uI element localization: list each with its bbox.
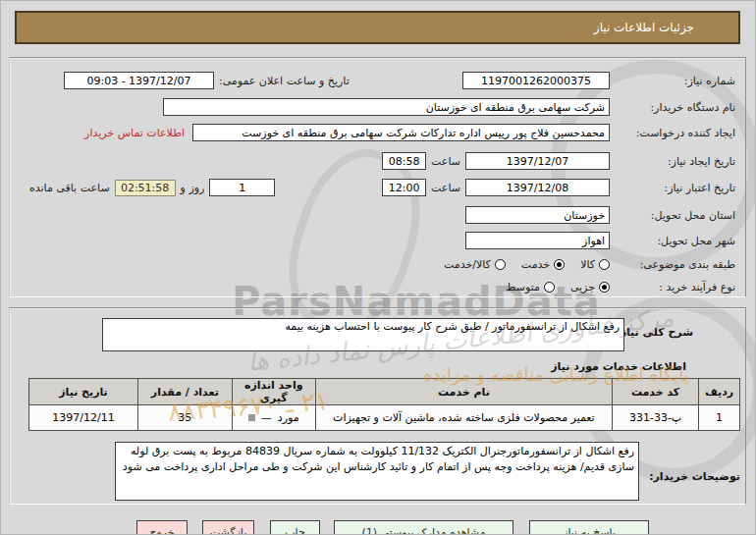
remaining-days-label: روز و	[181, 182, 205, 194]
services-section-title: اطلاعات خدمات مورد نیاز	[551, 360, 686, 373]
row-city: شهر محل تحویل: اهواز	[10, 231, 745, 250]
process-type-label: نوع فرآیند خرید :	[610, 281, 735, 294]
cell-row-no: 1	[699, 405, 740, 431]
row-expiry-date: تاریخ اعتبار نیاز: 1397/12/08 ساعت 12:00…	[10, 178, 745, 197]
create-date-field[interactable]: 1397/12/07	[465, 152, 610, 170]
need-number-field[interactable]: 1197001262000375	[462, 72, 610, 89]
services-table-header-row: ردیف کد خدمت نام خدمت واحد اندازه گیری ت…	[29, 379, 740, 405]
province-label: استان محل تحویل:	[610, 209, 735, 222]
cell-need-date: 1397/12/11	[29, 405, 138, 431]
services-table: ردیف کد خدمت نام خدمت واحد اندازه گیری ت…	[28, 378, 740, 431]
radio-option-partial[interactable]: جزیی	[570, 281, 610, 294]
cell-name: تعمیر محصولات فلزی ساخته شده، ماشین آلات…	[315, 405, 612, 431]
radio-icon[interactable]	[599, 282, 610, 293]
col-header-name: نام خدمت	[315, 379, 612, 405]
announce-datetime-field[interactable]: 09:03 - 1397/12/07	[64, 72, 214, 89]
process-type-radio-group: جزیی متوسط	[490, 281, 610, 294]
exit-button[interactable]: خروج	[136, 520, 188, 535]
row-province: استان محل تحویل: خوزستان	[10, 205, 745, 225]
create-time-field[interactable]: 08:58	[382, 152, 426, 170]
cell-code: پ-33-331	[613, 405, 699, 431]
col-header-need-date: تاریخ نیاز	[29, 379, 138, 405]
cell-quantity: 35	[137, 405, 232, 431]
radio-option-goods-service[interactable]: کالا/خدمت	[444, 258, 506, 271]
print-button[interactable]: چاپ	[270, 520, 320, 535]
buyer-notes-label: توضیحات خریدار:	[649, 470, 740, 483]
buyer-contact-link[interactable]: اطلاعات تماس خریدار	[84, 127, 185, 139]
col-header-quantity: تعداد / مقدار	[137, 379, 232, 405]
classification-radio-group: کالا خدمت کالا/خدمت	[428, 258, 610, 271]
radio-option-label: کالا/خدمت	[444, 258, 491, 271]
create-date-label: تاریخ ایجاد نیاز:	[610, 155, 735, 168]
view-attached-docs-button[interactable]: مشاهده مدارک پیوستی (1)	[334, 520, 513, 535]
radio-icon[interactable]	[599, 259, 610, 270]
remaining-suffix-label: ساعت باقی مانده	[29, 182, 110, 194]
table-row[interactable]: 1 پ-33-331 تعمیر محصولات فلزی ساخته شده،…	[29, 405, 740, 431]
buyer-org-label: نام دستگاه خریدار:	[610, 101, 735, 114]
request-creator-label: ایجاد کننده درخواست:	[610, 127, 735, 139]
radio-option-label: جزیی	[570, 281, 595, 294]
expiry-date-field[interactable]: 1397/12/08	[465, 179, 610, 196]
classification-label: طبقه بندی موضوعی:	[610, 258, 735, 271]
remaining-days-field[interactable]: 1	[209, 179, 275, 196]
unit-value: مورد	[278, 411, 299, 424]
radio-icon[interactable]	[495, 259, 506, 270]
general-description-label: شرح کلی نیاز:	[616, 326, 693, 339]
need-number-label: شماره نیاز:	[610, 75, 735, 87]
cell-unit: مورد —	[232, 405, 315, 431]
radio-option-label: خدمت	[521, 258, 550, 271]
radio-option-medium[interactable]: متوسط	[506, 281, 555, 294]
page-title-bar: جزئیات اطلاعات نیاز	[15, 11, 740, 44]
buyer-org-field[interactable]: شرکت سهامی برق منطقه ای خوزستان	[163, 98, 610, 116]
radio-icon[interactable]	[544, 282, 555, 293]
row-request-creator: ایجاد کننده درخواست: محمدحسین فلاح پور ر…	[10, 123, 745, 142]
province-field[interactable]: خوزستان	[465, 206, 610, 224]
back-button[interactable]: بازگشت	[202, 520, 254, 535]
radio-option-goods[interactable]: کالا	[580, 258, 610, 271]
expiry-time-field[interactable]: 12:00	[382, 179, 426, 196]
need-detail-panel: شرح کلی نیاز: رفع اشکال از ترانسفورماتور…	[9, 307, 746, 505]
row-classification: طبقه بندی موضوعی: کالا خدمت کالا/خدمت	[10, 254, 745, 274]
col-header-unit: واحد اندازه گیری	[232, 379, 315, 405]
general-description-field[interactable]: رفع اشکال از ترانسفورماتور / طبق شرح کار…	[102, 318, 624, 351]
need-info-panel: شماره نیاز: 1197001262000375 تاریخ و ساع…	[9, 57, 746, 297]
row-need-number: شماره نیاز: 1197001262000375 تاریخ و ساع…	[10, 71, 745, 90]
buyer-notes-field[interactable]: رفع اشکال از ترانسفورماتورجنرال الکتریک …	[115, 442, 639, 501]
city-field[interactable]: اهواز	[465, 232, 610, 249]
row-buyer-org: نام دستگاه خریدار: شرکت سهامی برق منطقه …	[10, 97, 745, 117]
expiry-date-label: تاریخ اعتبار نیاز:	[610, 182, 735, 194]
remaining-countdown: 02:51:58	[115, 180, 176, 196]
radio-icon[interactable]	[554, 259, 565, 270]
col-header-code: کد خدمت	[613, 379, 699, 405]
radio-option-service[interactable]: خدمت	[521, 258, 565, 271]
col-header-row-no: ردیف	[699, 379, 740, 405]
dash-decoration: —	[261, 411, 272, 424]
radio-option-label: متوسط	[506, 281, 540, 294]
row-process-type: نوع فرآیند خرید : جزیی متوسط	[10, 277, 745, 296]
row-create-date: تاریخ ایجاد نیاز: 1397/12/07 ساعت 08:58	[10, 151, 745, 171]
respond-to-need-button[interactable]: پاسخ به نیاز	[529, 520, 649, 535]
create-time-label: ساعت	[431, 155, 460, 168]
page-title: جزئیات اطلاعات نیاز	[594, 21, 694, 34]
announce-datetime-label: تاریخ و ساعت اعلان عمومی:	[219, 75, 350, 87]
need-details-page: { "page_title": "جزئیات اطلاعات نیاز", "…	[0, 0, 756, 535]
radio-option-label: کالا	[580, 258, 595, 271]
unit-marker-icon	[248, 414, 255, 421]
request-creator-field[interactable]: محمدحسین فلاح پور رییس اداره تدارکات شرک…	[192, 124, 610, 141]
expiry-time-label: ساعت	[431, 182, 460, 194]
city-label: شهر محل تحویل:	[610, 235, 735, 247]
